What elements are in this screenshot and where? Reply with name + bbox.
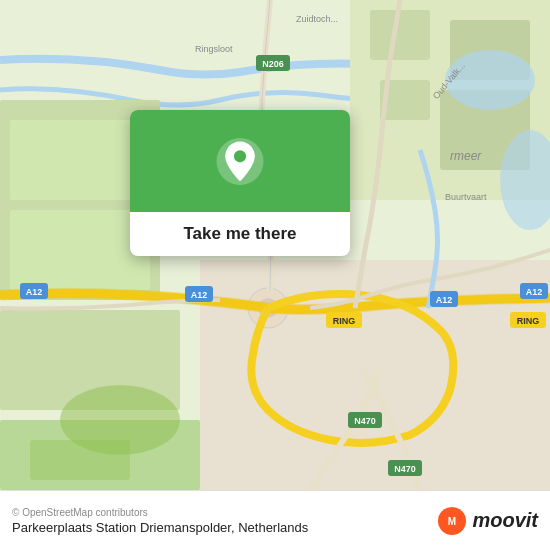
svg-text:M: M xyxy=(448,516,456,527)
moovit-dot-icon: M xyxy=(438,507,466,535)
popup-card-body[interactable]: Take me there xyxy=(130,212,350,256)
svg-text:N470: N470 xyxy=(394,464,416,474)
location-name: Parkeerplaats Station Driemanspolder, Ne… xyxy=(12,520,308,535)
svg-rect-5 xyxy=(10,210,150,290)
bottom-bar: © OpenStreetMap contributors Parkeerplaa… xyxy=(0,490,550,550)
svg-rect-7 xyxy=(370,10,430,60)
location-pin-icon xyxy=(213,138,267,192)
map-container[interactable]: A12 A12 A12 A12 RING N206 N470 N470 rmee… xyxy=(0,0,550,490)
svg-text:A12: A12 xyxy=(526,287,543,297)
popup-arrow xyxy=(228,255,252,256)
svg-point-11 xyxy=(445,50,535,110)
svg-text:N206: N206 xyxy=(262,59,284,69)
copyright-text: © OpenStreetMap contributors xyxy=(12,507,308,518)
bottom-left-info: © OpenStreetMap contributors Parkeerplaa… xyxy=(12,507,308,535)
svg-rect-40 xyxy=(30,440,130,480)
svg-text:Zuidtoch...: Zuidtoch... xyxy=(296,14,338,24)
svg-text:A12: A12 xyxy=(191,290,208,300)
svg-text:A12: A12 xyxy=(436,295,453,305)
svg-text:Buurtvaart: Buurtvaart xyxy=(445,192,487,202)
moovit-dot-svg: M xyxy=(443,512,461,530)
svg-text:rmeer: rmeer xyxy=(450,149,482,163)
take-me-there-label[interactable]: Take me there xyxy=(183,224,296,243)
svg-text:RING: RING xyxy=(517,316,540,326)
moovit-logo: M moovit xyxy=(438,507,538,535)
popup-card-header xyxy=(130,110,350,212)
svg-rect-4 xyxy=(10,120,150,200)
svg-text:Ringsloot: Ringsloot xyxy=(195,44,233,54)
svg-point-42 xyxy=(234,150,246,162)
svg-text:RING: RING xyxy=(333,316,356,326)
popup-card: Take me there xyxy=(130,110,350,256)
svg-text:A12: A12 xyxy=(26,287,43,297)
svg-text:N470: N470 xyxy=(354,416,376,426)
moovit-brand-text: moovit xyxy=(472,509,538,532)
